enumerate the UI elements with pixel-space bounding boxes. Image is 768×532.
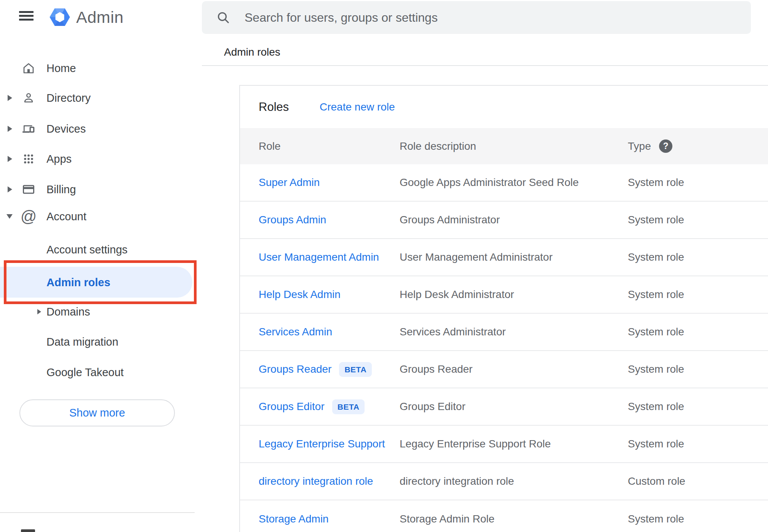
role-link[interactable]: directory integration role: [259, 475, 373, 487]
expand-arrow-icon[interactable]: [8, 186, 12, 192]
table-row: Groups Admin Groups Administrator System…: [240, 202, 768, 239]
menu-hamburger-icon[interactable]: [19, 11, 34, 21]
table-row: Services Admin Services Administrator Sy…: [240, 314, 768, 351]
role-type: System role: [628, 239, 684, 276]
sidebar-item-label: Directory: [46, 92, 91, 104]
role-type: System role: [628, 351, 684, 388]
search-icon: [216, 10, 231, 27]
role-type: System role: [628, 388, 684, 425]
clipped-nav-icon: [21, 529, 35, 532]
role-link[interactable]: Super Admin: [259, 176, 320, 189]
sidebar-item-label: Account settings: [46, 244, 128, 256]
role-description: Groups Reader: [400, 351, 472, 388]
role-link[interactable]: Help Desk Admin: [259, 288, 341, 301]
roles-title: Roles: [259, 86, 289, 128]
sidebar-item-label: Account: [46, 210, 86, 223]
breadcrumb: Admin roles: [224, 46, 280, 58]
expand-arrow-icon[interactable]: [8, 126, 12, 132]
sidebar-item-label: Apps: [46, 153, 72, 165]
app-title: Admin: [76, 6, 123, 28]
expand-arrow-icon[interactable]: [37, 309, 41, 314]
table-row: Legacy Enterprise Support Legacy Enterpr…: [240, 426, 768, 463]
role-description: Groups Editor: [400, 388, 466, 425]
role-description: Groups Administrator: [400, 202, 500, 238]
table-header-row: Role Role description Type ?: [240, 128, 768, 164]
show-more-button[interactable]: Show more: [19, 399, 175, 426]
role-type: System role: [628, 314, 684, 350]
table-row: Groups Editor BETA Groups Editor System …: [240, 388, 768, 426]
expand-arrow-icon[interactable]: [8, 156, 12, 162]
sidebar-item-label: Domains: [46, 306, 90, 318]
role-type: System role: [628, 500, 684, 532]
divider: [202, 65, 768, 66]
create-new-role-link[interactable]: Create new role: [320, 86, 395, 128]
table-row: Super Admin Google Apps Administrator Se…: [240, 164, 768, 202]
column-header-description: Role description: [400, 128, 476, 164]
role-type: System role: [628, 202, 684, 238]
role-link[interactable]: Groups Admin: [259, 214, 326, 226]
role-type: System role: [628, 276, 684, 313]
role-description: Services Administrator: [400, 314, 506, 350]
column-header-role: Role: [259, 128, 281, 164]
expand-arrow-icon[interactable]: [8, 95, 12, 101]
beta-badge: BETA: [332, 399, 365, 414]
role-description: Legacy Enterprise Support Role: [400, 426, 551, 462]
person-icon: [21, 91, 36, 105]
collapse-arrow-icon[interactable]: [6, 214, 13, 219]
sidebar-item-label: Data migration: [46, 336, 118, 348]
admin-logo-icon: [49, 6, 71, 28]
role-type: Custom role: [628, 463, 685, 500]
role-description: Help Desk Administrator: [400, 276, 514, 313]
sidebar-item-directory[interactable]: Directory: [0, 83, 202, 113]
table-row: directory integration role directory int…: [240, 463, 768, 500]
column-header-type: Type: [628, 128, 651, 164]
table-row: User Management Admin User Management Ad…: [240, 239, 768, 276]
table-row: Help Desk Admin Help Desk Administrator …: [240, 276, 768, 314]
roles-card: Roles Create new role Role Role descript…: [239, 85, 768, 532]
roles-card-header: Roles Create new role: [240, 86, 768, 128]
sidebar-item-apps[interactable]: Apps: [0, 144, 202, 174]
table-row: Storage Admin Storage Admin Role System …: [240, 500, 768, 532]
sidebar-item-account[interactable]: @ Account: [0, 201, 202, 232]
annotation-highlight-box: [4, 260, 197, 304]
role-link[interactable]: Legacy Enterprise Support: [259, 438, 385, 450]
role-type: System role: [628, 426, 684, 462]
role-description: Storage Admin Role: [400, 500, 494, 532]
search-bar: [202, 1, 751, 34]
role-link[interactable]: Services Admin: [259, 326, 332, 338]
sidebar-item-label: Devices: [46, 123, 86, 135]
at-sign-icon: @: [21, 209, 36, 224]
sidebar-item-devices[interactable]: Devices: [0, 114, 202, 144]
search-input[interactable]: [245, 1, 740, 34]
role-description: Google Apps Administrator Seed Role: [400, 164, 579, 201]
role-link[interactable]: Groups Editor: [259, 401, 325, 413]
sidebar-item-google-takeout[interactable]: Google Takeout: [0, 357, 202, 388]
role-description: directory integration role: [400, 463, 514, 500]
role-link[interactable]: Storage Admin: [259, 513, 329, 525]
role-description: User Management Administrator: [400, 239, 553, 276]
role-link[interactable]: User Management Admin: [259, 251, 379, 263]
beta-badge: BETA: [339, 362, 372, 377]
credit-card-icon: [21, 182, 36, 197]
sidebar-item-label: Google Takeout: [46, 366, 124, 379]
sidebar-item-data-migration[interactable]: Data migration: [0, 327, 202, 357]
home-icon: [21, 61, 36, 75]
table-row: Groups Reader BETA Groups Reader System …: [240, 351, 768, 388]
apps-grid-icon: [21, 152, 36, 166]
sidebar-item-home[interactable]: Home: [0, 53, 202, 83]
sidebar-item-label: Home: [46, 62, 76, 75]
devices-icon: [21, 122, 36, 136]
role-type: System role: [628, 164, 684, 201]
role-link[interactable]: Groups Reader: [259, 363, 331, 375]
sidebar: Admin Home Directory D: [0, 0, 202, 532]
sidebar-item-billing[interactable]: Billing: [0, 174, 202, 205]
sidebar-item-label: Billing: [46, 183, 76, 196]
sidebar-divider: [0, 512, 195, 513]
help-icon[interactable]: ?: [659, 139, 672, 153]
